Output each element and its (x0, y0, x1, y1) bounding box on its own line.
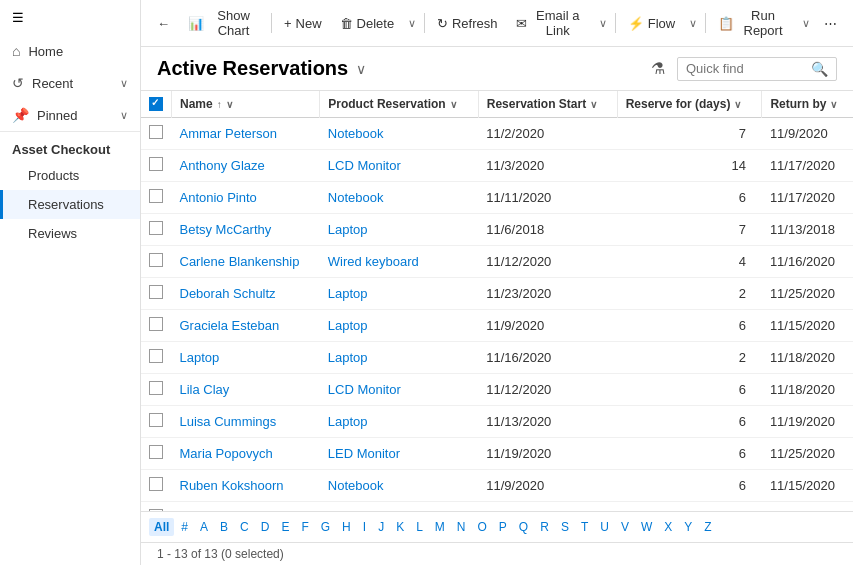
alpha-filter-button[interactable]: P (494, 518, 512, 536)
flow-button[interactable]: ⚡ Flow (620, 12, 683, 35)
row-start-cell: 11/11/2020 (478, 182, 617, 214)
alpha-filter-button[interactable]: T (576, 518, 593, 536)
sidebar-item-reviews[interactable]: Reviews (0, 219, 140, 248)
alpha-filter-button[interactable]: O (473, 518, 492, 536)
delete-chevron[interactable]: ∨ (404, 13, 420, 34)
row-name-link[interactable]: Ammar Peterson (180, 126, 278, 141)
run-report-button[interactable]: 📋 Run Report (710, 4, 796, 42)
row-name-link[interactable]: Carlene Blankenship (180, 254, 300, 269)
row-product-link[interactable]: Laptop (328, 286, 368, 301)
row-checkbox[interactable] (149, 221, 163, 235)
row-checkbox[interactable] (149, 157, 163, 171)
alpha-filter-button[interactable]: All (149, 518, 174, 536)
column-header-product[interactable]: Product Reservation ∨ (320, 91, 479, 118)
alpha-filter-button[interactable]: S (556, 518, 574, 536)
alpha-filter-button[interactable]: C (235, 518, 254, 536)
filter-icon[interactable]: ⚗ (647, 55, 669, 82)
sidebar-item-pinned[interactable]: 📌 Pinned ∨ (0, 99, 140, 131)
alpha-filter-button[interactable]: W (636, 518, 657, 536)
row-product-link[interactable]: Wired keyboard (328, 254, 419, 269)
show-chart-button[interactable]: 📊 Show Chart (180, 4, 267, 42)
row-checkbox[interactable] (149, 317, 163, 331)
alpha-filter-button[interactable]: V (616, 518, 634, 536)
row-checkbox[interactable] (149, 285, 163, 299)
row-product-link[interactable]: Notebook (328, 190, 384, 205)
row-name-link[interactable]: Betsy McCarthy (180, 222, 272, 237)
row-days-cell: 2 (617, 278, 762, 310)
separator (705, 13, 706, 33)
row-name-link[interactable]: Lila Clay (180, 382, 230, 397)
row-product-link[interactable]: Laptop (328, 414, 368, 429)
column-header-name[interactable]: Name ↑ ∨ (172, 91, 320, 118)
run-report-chevron[interactable]: ∨ (798, 13, 814, 34)
alpha-filter-button[interactable]: E (276, 518, 294, 536)
row-product-link[interactable]: Laptop (328, 222, 368, 237)
row-checkbox[interactable] (149, 189, 163, 203)
alpha-filter-button[interactable]: # (176, 518, 193, 536)
select-all-checkbox[interactable] (149, 97, 163, 111)
alpha-filter-button[interactable]: J (373, 518, 389, 536)
alpha-filter-button[interactable]: H (337, 518, 356, 536)
alpha-filter-button[interactable]: B (215, 518, 233, 536)
alpha-filter-button[interactable]: I (358, 518, 371, 536)
email-chevron[interactable]: ∨ (595, 13, 611, 34)
alpha-filter-button[interactable]: F (296, 518, 313, 536)
alpha-filter-button[interactable]: Y (679, 518, 697, 536)
refresh-button[interactable]: ↻ Refresh (429, 12, 506, 35)
row-name-cell: Laptop (172, 342, 320, 374)
alpha-filter-button[interactable]: G (316, 518, 335, 536)
row-product-link[interactable]: LCD Monitor (328, 158, 401, 173)
search-input[interactable] (686, 61, 805, 76)
sidebar-item-recent[interactable]: ↺ Recent ∨ (0, 67, 140, 99)
row-product-link[interactable]: Laptop (328, 318, 368, 333)
alpha-filter-button[interactable]: D (256, 518, 275, 536)
more-button[interactable]: ⋯ (816, 12, 845, 35)
alpha-filter-button[interactable]: A (195, 518, 213, 536)
row-checkbox[interactable] (149, 253, 163, 267)
alpha-filter-button[interactable]: L (411, 518, 428, 536)
email-link-button[interactable]: ✉ Email a Link (508, 4, 593, 42)
alpha-filter-button[interactable]: M (430, 518, 450, 536)
alpha-filter-button[interactable]: Z (699, 518, 716, 536)
row-checkbox[interactable] (149, 125, 163, 139)
row-checkbox[interactable] (149, 381, 163, 395)
row-checkbox[interactable] (149, 413, 163, 427)
row-name-link[interactable]: Antonio Pinto (180, 190, 257, 205)
sidebar-item-home[interactable]: ⌂ Home (0, 35, 140, 67)
new-button[interactable]: + New (276, 12, 330, 35)
row-product-link[interactable]: Notebook (328, 126, 384, 141)
recent-icon: ↺ (12, 75, 24, 91)
row-name-link[interactable]: Laptop (180, 350, 220, 365)
column-header-start[interactable]: Reservation Start ∨ (478, 91, 617, 118)
page-title-chevron-icon[interactable]: ∨ (356, 61, 366, 77)
row-checkbox[interactable] (149, 477, 163, 491)
sidebar-item-reservations[interactable]: Reservations (0, 190, 140, 219)
row-product-link[interactable]: LED Monitor (328, 446, 400, 461)
row-name-link[interactable]: Ruben Kokshoorn (180, 478, 284, 493)
alpha-filter-button[interactable]: X (659, 518, 677, 536)
row-name-link[interactable]: Graciela Esteban (180, 318, 280, 333)
back-button[interactable]: ← (149, 12, 178, 35)
alpha-filter-button[interactable]: Q (514, 518, 533, 536)
row-checkbox[interactable] (149, 445, 163, 459)
alpha-filter-button[interactable]: R (535, 518, 554, 536)
alpha-filter-button[interactable]: K (391, 518, 409, 536)
hamburger-button[interactable]: ☰ (0, 0, 140, 35)
alpha-filter-button[interactable]: U (595, 518, 614, 536)
row-checkbox[interactable] (149, 349, 163, 363)
row-product-link[interactable]: Notebook (328, 478, 384, 493)
row-days-cell: 6 (617, 374, 762, 406)
alpha-filter-button[interactable]: N (452, 518, 471, 536)
column-header-return[interactable]: Return by ∨ (762, 91, 853, 118)
sidebar-item-products[interactable]: Products (0, 161, 140, 190)
delete-button[interactable]: 🗑 Delete (332, 12, 403, 35)
row-product-link[interactable]: LCD Monitor (328, 382, 401, 397)
reviews-label: Reviews (28, 226, 77, 241)
column-header-days[interactable]: Reserve for (days) ∨ (617, 91, 762, 118)
row-name-link[interactable]: Anthony Glaze (180, 158, 265, 173)
row-name-link[interactable]: Maria Popovych (180, 446, 273, 461)
row-name-link[interactable]: Deborah Schultz (180, 286, 276, 301)
row-product-link[interactable]: Laptop (328, 350, 368, 365)
flow-chevron[interactable]: ∨ (685, 13, 701, 34)
row-name-link[interactable]: Luisa Cummings (180, 414, 277, 429)
